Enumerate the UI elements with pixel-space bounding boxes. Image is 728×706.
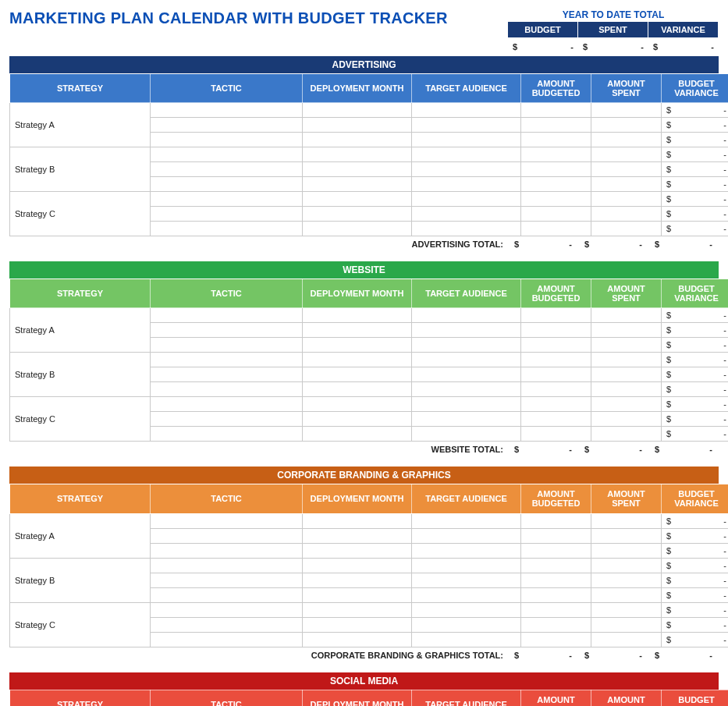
cell[interactable] bbox=[151, 323, 303, 338]
cell[interactable] bbox=[151, 162, 303, 177]
cell[interactable] bbox=[521, 412, 591, 427]
cell[interactable] bbox=[151, 602, 303, 617]
cell[interactable] bbox=[521, 528, 591, 543]
cell[interactable] bbox=[591, 222, 662, 236]
cell[interactable] bbox=[412, 367, 521, 382]
cell[interactable] bbox=[151, 382, 303, 397]
cell[interactable] bbox=[303, 133, 412, 147]
cell[interactable] bbox=[521, 308, 591, 323]
cell[interactable] bbox=[151, 573, 303, 587]
cell[interactable] bbox=[303, 162, 412, 177]
cell[interactable] bbox=[303, 573, 412, 587]
cell[interactable] bbox=[591, 602, 662, 617]
cell-strategy[interactable]: Strategy B bbox=[10, 147, 151, 192]
cell[interactable] bbox=[303, 397, 412, 412]
cell-strategy[interactable]: Strategy A bbox=[10, 513, 151, 558]
cell[interactable] bbox=[303, 323, 412, 338]
cell[interactable] bbox=[303, 103, 412, 118]
cell[interactable] bbox=[521, 573, 591, 587]
cell[interactable] bbox=[303, 308, 412, 323]
cell[interactable] bbox=[591, 338, 662, 353]
cell[interactable] bbox=[591, 573, 662, 587]
cell[interactable] bbox=[303, 543, 412, 558]
cell[interactable] bbox=[151, 207, 303, 222]
cell[interactable] bbox=[412, 308, 521, 323]
cell[interactable] bbox=[521, 617, 591, 632]
cell[interactable] bbox=[303, 338, 412, 353]
cell[interactable] bbox=[412, 118, 521, 133]
cell[interactable] bbox=[412, 427, 521, 442]
cell[interactable] bbox=[303, 353, 412, 367]
cell[interactable] bbox=[303, 587, 412, 602]
cell[interactable] bbox=[303, 192, 412, 207]
cell[interactable] bbox=[412, 133, 521, 147]
cell[interactable] bbox=[412, 558, 521, 573]
cell-strategy[interactable]: Strategy A bbox=[10, 308, 151, 353]
cell-strategy[interactable]: Strategy C bbox=[10, 397, 151, 442]
cell[interactable] bbox=[591, 323, 662, 338]
cell[interactable] bbox=[412, 382, 521, 397]
cell-strategy[interactable]: Strategy A bbox=[10, 103, 151, 147]
cell[interactable] bbox=[303, 222, 412, 236]
cell[interactable] bbox=[303, 513, 412, 528]
cell[interactable] bbox=[591, 207, 662, 222]
cell[interactable] bbox=[591, 427, 662, 442]
cell[interactable] bbox=[521, 133, 591, 147]
cell[interactable] bbox=[412, 632, 521, 647]
cell[interactable] bbox=[521, 222, 591, 236]
cell[interactable] bbox=[521, 602, 591, 617]
cell[interactable] bbox=[151, 222, 303, 236]
cell[interactable] bbox=[151, 353, 303, 367]
cell-strategy[interactable]: Strategy B bbox=[10, 353, 151, 397]
cell[interactable] bbox=[412, 573, 521, 587]
cell[interactable] bbox=[521, 427, 591, 442]
cell[interactable] bbox=[412, 323, 521, 338]
cell[interactable] bbox=[521, 587, 591, 602]
cell[interactable] bbox=[591, 192, 662, 207]
cell[interactable] bbox=[521, 323, 591, 338]
cell[interactable] bbox=[521, 147, 591, 162]
cell-strategy[interactable]: Strategy C bbox=[10, 192, 151, 236]
cell[interactable] bbox=[591, 587, 662, 602]
cell[interactable] bbox=[591, 558, 662, 573]
cell[interactable] bbox=[151, 103, 303, 118]
cell[interactable] bbox=[151, 617, 303, 632]
cell[interactable] bbox=[303, 528, 412, 543]
cell[interactable] bbox=[412, 147, 521, 162]
cell[interactable] bbox=[303, 382, 412, 397]
cell[interactable] bbox=[521, 367, 591, 382]
cell[interactable] bbox=[151, 118, 303, 133]
cell[interactable] bbox=[591, 177, 662, 192]
cell[interactable] bbox=[303, 177, 412, 192]
cell[interactable] bbox=[151, 177, 303, 192]
cell[interactable] bbox=[591, 103, 662, 118]
cell[interactable] bbox=[151, 427, 303, 442]
cell[interactable] bbox=[591, 528, 662, 543]
cell[interactable] bbox=[521, 177, 591, 192]
cell[interactable] bbox=[151, 587, 303, 602]
cell[interactable] bbox=[412, 412, 521, 427]
cell[interactable] bbox=[151, 338, 303, 353]
cell[interactable] bbox=[521, 103, 591, 118]
cell[interactable] bbox=[591, 543, 662, 558]
cell[interactable] bbox=[412, 528, 521, 543]
cell[interactable] bbox=[303, 367, 412, 382]
cell-strategy[interactable]: Strategy B bbox=[10, 558, 151, 602]
cell[interactable] bbox=[521, 382, 591, 397]
cell[interactable] bbox=[412, 587, 521, 602]
cell[interactable] bbox=[591, 118, 662, 133]
cell[interactable] bbox=[151, 133, 303, 147]
cell[interactable] bbox=[521, 397, 591, 412]
cell[interactable] bbox=[521, 162, 591, 177]
cell[interactable] bbox=[412, 543, 521, 558]
cell[interactable] bbox=[591, 412, 662, 427]
cell[interactable] bbox=[412, 162, 521, 177]
cell[interactable] bbox=[151, 632, 303, 647]
cell[interactable] bbox=[591, 147, 662, 162]
cell[interactable] bbox=[303, 632, 412, 647]
cell-strategy[interactable]: Strategy C bbox=[10, 602, 151, 647]
cell[interactable] bbox=[591, 632, 662, 647]
cell[interactable] bbox=[151, 367, 303, 382]
cell[interactable] bbox=[412, 397, 521, 412]
cell[interactable] bbox=[151, 558, 303, 573]
